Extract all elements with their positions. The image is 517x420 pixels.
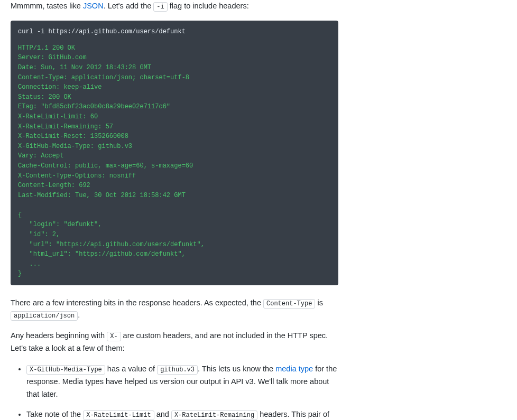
application-json-code: application/json [11,311,78,321]
text: flag to include headers: [168,2,249,10]
text: . [78,311,80,319]
text: . This lets us know the [198,365,275,373]
intro-paragraph: Mmmmm, tastes like JSON. Let's add the -… [11,0,338,12]
text: is [315,298,323,307]
flag-code: -i [153,2,167,12]
code-block: curl -i https://api.github.com/users/def… [11,21,338,285]
text: There are a few interesting bits in the … [11,298,263,307]
headers-list: X-GitHub-Media-Type has a value of githu… [11,363,338,420]
content-type-code: Content-Type [263,299,315,309]
list-item: X-GitHub-Media-Type has a value of githu… [26,363,338,401]
json-link[interactable]: JSON [83,2,104,10]
text: and [154,410,171,418]
curl-command: curl -i https://api.github.com/users/def… [18,27,331,37]
github-media-type-code: X-GitHub-Media-Type [26,365,105,375]
text: . Let's add the [104,2,154,10]
x-prefix-code: X- [107,332,121,341]
content-container: Mmmmm, tastes like JSON. Let's add the -… [0,0,349,420]
github-v3-code: github.v3 [157,365,198,375]
text: has a value of [105,365,157,373]
text: Mmmmm, tastes like [11,2,83,10]
ratelimit-limit-code: X-RateLimit-Limit [83,410,154,420]
curl-output: HTTP/1.1 200 OK Server: GitHub.com Date:… [18,43,331,279]
ratelimit-remaining-code: X-RateLimit-Remaining [171,410,257,420]
response-headers-paragraph: There are a few interesting bits in the … [11,297,338,321]
text: Take note of the [26,410,83,418]
list-item: Take note of the X-RateLimit-Limit and X… [26,408,338,420]
media-type-link[interactable]: media type [275,365,313,373]
custom-headers-paragraph: Any headers beginning with X- are custom… [11,330,338,354]
text: Any headers beginning with [11,331,107,340]
